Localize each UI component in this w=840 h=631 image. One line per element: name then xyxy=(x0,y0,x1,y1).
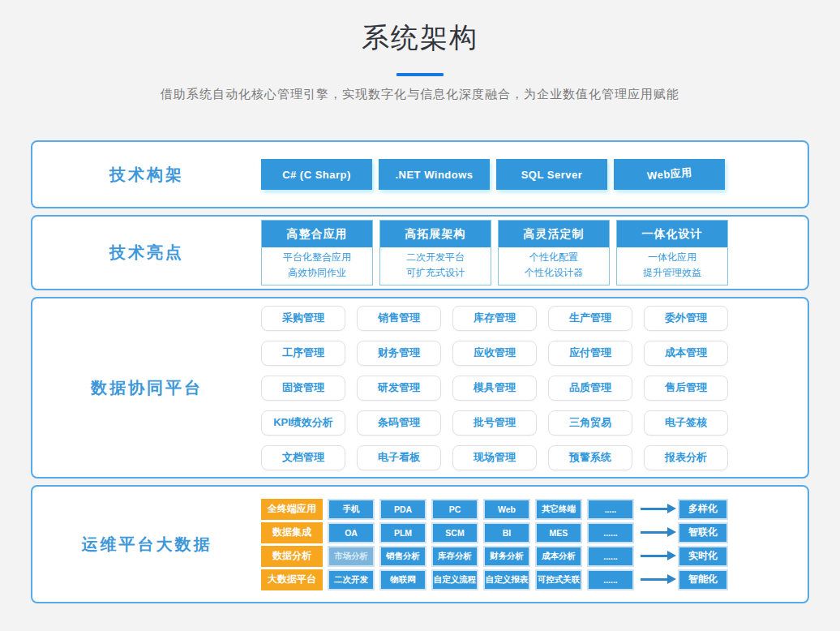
bigdata-cell: PLM xyxy=(379,522,426,543)
highlight-line: 个性化设计器 xyxy=(499,265,609,281)
flow-arrow-icon xyxy=(641,555,668,557)
category-tag: 数据分析 xyxy=(261,546,323,567)
highlight-card-title: 高灵活定制 xyxy=(499,221,609,247)
highlight-card-body: 平台化整合应用 高效协同作业 xyxy=(262,247,372,285)
bigdata-cell: Web xyxy=(483,499,530,520)
highlights-label: 技术亮点 xyxy=(32,242,261,264)
section-highlights: 技术亮点 高整合应用 平台化整合应用 高效协同作业 高拓展架构 二次开发平台 可… xyxy=(31,215,809,290)
bigdata-cell: ...... xyxy=(587,546,634,567)
highlight-cards-row: 高整合应用 平台化整合应用 高效协同作业 高拓展架构 二次开发平台 可扩充式设计… xyxy=(261,220,728,285)
section-bigdata: 运维平台大数据 全终端应用 手机 PDA PC Web 其它终端 ..... 多… xyxy=(31,485,809,603)
highlight-card-title: 高整合应用 xyxy=(262,221,372,247)
module-chip: 财务管理 xyxy=(357,341,441,366)
result-block: 智联化 xyxy=(678,522,728,543)
module-chip: 生产管理 xyxy=(548,306,632,331)
tech-stack-row: C# (C Sharp) .NET Windows SQL Server Web… xyxy=(261,159,725,190)
module-chip: 应收管理 xyxy=(452,341,537,366)
category-tag: 数据集成 xyxy=(261,522,323,543)
bigdata-cell: MES xyxy=(535,522,582,543)
highlight-line: 平台化整合应用 xyxy=(262,250,372,265)
highlight-card: 一体化设计 一体化应用 提升管理效益 xyxy=(616,220,728,285)
module-chip: 模具管理 xyxy=(452,376,537,401)
bigdata-row: 数据分析 市场分析 销售分析 库存分析 财务分析 成本分析 ...... 实时化 xyxy=(261,546,728,567)
bigdata-cell: 其它终端 xyxy=(535,499,582,520)
highlight-card: 高拓展架构 二次开发平台 可扩充式设计 xyxy=(379,220,491,285)
bigdata-cell: 物联网 xyxy=(379,569,426,590)
module-chip: 批号管理 xyxy=(452,410,537,436)
category-tag: 大数据平台 xyxy=(261,569,323,590)
highlight-card: 高灵活定制 个性化配置 个性化设计器 xyxy=(498,220,610,285)
module-chip: 品质管理 xyxy=(548,376,632,401)
highlight-card-body: 个性化配置 个性化设计器 xyxy=(499,247,609,285)
diagram-panels: 技术构架 C# (C Sharp) .NET Windows SQL Serve… xyxy=(31,140,809,603)
highlight-line: 二次开发平台 xyxy=(380,250,491,265)
tech-stack-block: .NET Windows xyxy=(379,159,490,190)
module-chip: KPI绩效分析 xyxy=(261,410,345,436)
highlight-line: 提升管理效益 xyxy=(617,265,727,281)
module-grid: 采购管理 销售管理 库存管理 生产管理 委外管理 工序管理 财务管理 应收管理 … xyxy=(261,306,728,470)
title-underline xyxy=(396,73,444,76)
module-chip: 研发管理 xyxy=(357,376,441,401)
bigdata-row: 全终端应用 手机 PDA PC Web 其它终端 ..... 多样化 xyxy=(261,499,728,520)
module-chip: 文档管理 xyxy=(261,445,345,470)
bigdata-rows: 全终端应用 手机 PDA PC Web 其它终端 ..... 多样化 数据集成 … xyxy=(261,499,728,590)
bigdata-cell: SCM xyxy=(431,522,478,543)
module-chip: 工序管理 xyxy=(261,341,345,366)
bigdata-row: 大数据平台 二次开发 物联网 自定义流程 自定义报表 可控式关联 ...... … xyxy=(261,569,728,590)
bigdata-cell: ..... xyxy=(587,499,634,520)
tech-stack-block: SQL Server xyxy=(496,159,607,190)
platform-label: 数据协同平台 xyxy=(32,377,261,399)
module-chip: 预警系统 xyxy=(548,445,632,470)
module-chip: 库存管理 xyxy=(452,306,537,331)
highlight-line: 个性化配置 xyxy=(499,250,609,265)
bigdata-cell: 自定义报表 xyxy=(483,569,530,590)
tech-stack-block: C# (C Sharp) xyxy=(261,159,372,190)
module-chip: 委外管理 xyxy=(644,306,728,331)
bigdata-row: 数据集成 OA PLM SCM BI MES ...... 智联化 xyxy=(261,522,728,543)
module-chip: 现场管理 xyxy=(452,445,537,470)
tech-stack-label: 技术构架 xyxy=(32,164,261,186)
highlight-line: 一体化应用 xyxy=(617,250,727,265)
flow-arrow-icon xyxy=(641,531,668,534)
result-block: 智能化 xyxy=(678,569,728,590)
bigdata-label: 运维平台大数据 xyxy=(32,534,261,556)
module-chip: 销售管理 xyxy=(357,306,441,331)
tech-stack-block-label: Web应用 xyxy=(646,165,692,184)
section-platform: 数据协同平台 采购管理 销售管理 库存管理 生产管理 委外管理 工序管理 财务管… xyxy=(31,297,809,479)
bigdata-cell: ...... xyxy=(587,522,634,543)
bigdata-cell: 库存分析 xyxy=(431,546,478,567)
page-subtitle: 借助系统自动化核心管理引擎，实现数字化与信息化深度融合，为企业数值化管理应用赋能 xyxy=(0,87,840,102)
module-chip: 应付管理 xyxy=(548,341,632,366)
bigdata-cell: PC xyxy=(431,499,478,520)
flow-arrow-icon xyxy=(641,578,668,581)
bigdata-cell: BI xyxy=(483,522,530,543)
bigdata-cell: OA xyxy=(328,522,375,543)
bigdata-cell: 二次开发 xyxy=(328,569,375,590)
highlight-card-body: 二次开发平台 可扩充式设计 xyxy=(380,247,491,285)
module-chip: 成本管理 xyxy=(644,341,728,366)
module-chip: 采购管理 xyxy=(261,306,345,331)
tech-stack-block: Web应用 xyxy=(614,159,725,190)
system-architecture-page: 系统架构 借助系统自动化核心管理引擎，实现数字化与信息化深度融合，为企业数值化管… xyxy=(0,0,840,631)
page-header: 系统架构 借助系统自动化核心管理引擎，实现数字化与信息化深度融合，为企业数值化管… xyxy=(0,0,840,102)
module-chip: 电子签核 xyxy=(644,410,728,436)
result-block: 实时化 xyxy=(678,546,728,567)
module-chip: 报表分析 xyxy=(644,445,728,470)
bigdata-cell: 可控式关联 xyxy=(535,569,582,590)
highlight-line: 可扩充式设计 xyxy=(380,265,491,281)
highlight-card-title: 一体化设计 xyxy=(617,221,727,247)
section-tech-stack: 技术构架 C# (C Sharp) .NET Windows SQL Serve… xyxy=(31,140,809,208)
highlight-card-title: 高拓展架构 xyxy=(380,221,491,247)
bigdata-cell: PDA xyxy=(379,499,426,520)
module-chip: 固资管理 xyxy=(261,376,345,401)
bigdata-cell: 成本分析 xyxy=(535,546,582,567)
highlight-card-body: 一体化应用 提升管理效益 xyxy=(617,247,727,285)
result-block: 多样化 xyxy=(678,499,728,520)
module-chip: 电子看板 xyxy=(357,445,441,470)
bigdata-cell: 自定义流程 xyxy=(431,569,478,590)
bigdata-cell: 销售分析 xyxy=(379,546,426,567)
highlight-line: 高效协同作业 xyxy=(262,265,372,281)
highlight-card: 高整合应用 平台化整合应用 高效协同作业 xyxy=(261,220,373,285)
page-title: 系统架构 xyxy=(0,19,840,57)
module-chip: 三角贸易 xyxy=(548,410,632,436)
